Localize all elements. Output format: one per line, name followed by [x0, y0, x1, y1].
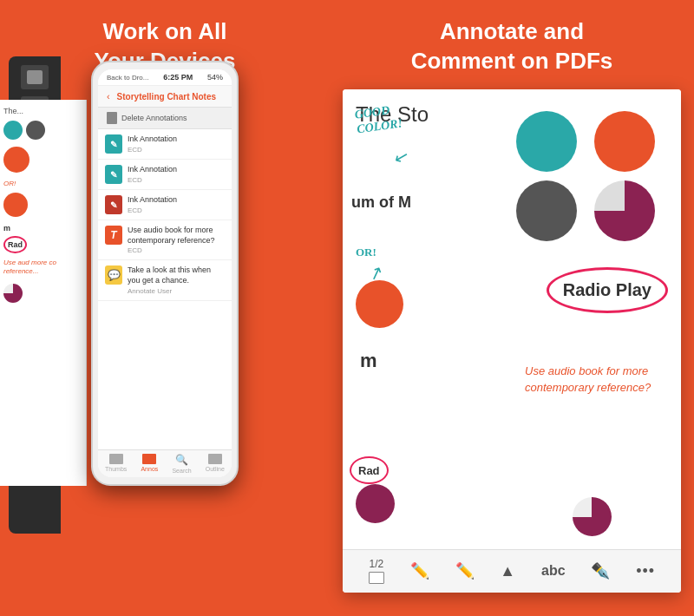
circles-grid	[516, 111, 664, 241]
annotation-icon-ink-1: ✎	[105, 134, 122, 154]
right-title-line1: Annotate and	[440, 18, 584, 44]
handwritten-annotation: GOODCOLOR!	[354, 102, 403, 137]
tablet-document-partial: The... OR! m Rad Use aud more co referen…	[0, 100, 87, 486]
circle-teal	[516, 111, 577, 172]
annotation-list: ✎ Ink Annotation ECD ✎ Ink Annotation EC…	[98, 129, 232, 449]
annotation-icon-text-1: T	[105, 226, 122, 245]
annotation-icon-ink-3: ✎	[105, 195, 122, 214]
left-panel: Work on All Your Devices The...	[0, 0, 330, 616]
annotation-item-1[interactable]: ✎ Ink Annotation ECD	[98, 129, 232, 160]
toolbar-more-button[interactable]: •••	[636, 562, 655, 580]
phone-tab-search[interactable]: 🔍 Search	[172, 454, 191, 474]
teal-arrow-icon: ↙	[392, 144, 412, 168]
annotation-sub-5: Annotate User	[128, 287, 225, 295]
phone-battery: 54%	[207, 73, 223, 82]
circle-gray	[516, 180, 577, 241]
annotation-item-3[interactable]: ✎ Ink Annotation ECD	[98, 190, 232, 220]
phone-delete-label[interactable]: Delete Annotations	[121, 114, 187, 122]
small-pie-chart	[573, 497, 612, 536]
annotation-icon-ink-2: ✎	[105, 165, 122, 184]
pdf-content-area: The Sto GOODCOLOR! ↙ um of M OR! ↗	[343, 89, 681, 549]
toolbar-text-tool[interactable]: abc	[541, 563, 566, 579]
pdf-m-label: m	[360, 350, 377, 372]
page-indicator-text: 1/2	[370, 558, 384, 570]
app-container: Work on All Your Devices The...	[0, 0, 694, 616]
circle-orange	[594, 111, 655, 172]
phone-nav-title: Storytelling Chart Notes	[110, 92, 223, 102]
left-bottom-circle	[356, 484, 395, 523]
annotation-sub-4: ECD	[128, 246, 225, 254]
toolbar-signature-tool[interactable]: ✒️	[591, 561, 610, 580]
phone-back-text: Back to Dro...	[107, 74, 148, 82]
phone-tab-bar: Thumbs Annos 🔍 Search Outline	[98, 449, 232, 477]
toolbar-highlight-tool[interactable]: ▲	[500, 562, 515, 580]
annotation-item-2[interactable]: ✎ Ink Annotation ECD	[98, 160, 232, 190]
right-panel: Annotate and Comment on PDFs The Sto GOO…	[330, 0, 694, 616]
title-line1: Work on All	[102, 18, 226, 44]
phone-delete-bar: Delete Annotations	[98, 108, 232, 129]
annotation-sub-2: ECD	[128, 176, 225, 184]
phone-nav-bar: ‹ Storytelling Chart Notes	[98, 86, 232, 108]
phone-tab-thumbs[interactable]: Thumbs	[105, 454, 127, 474]
tablet-sidebar-icon-1	[21, 65, 49, 89]
radio-play-label: Radio Play	[563, 280, 651, 299]
pdf-document: The Sto GOODCOLOR! ↙ um of M OR! ↗	[343, 89, 681, 593]
phone-tab-annos[interactable]: Annos	[141, 454, 158, 474]
pdf-m-char: um of M	[351, 193, 411, 212]
toolbar-page-indicator: 1/2	[369, 558, 384, 584]
phone-mockup: Back to Dro... 6:25 PM 54% ‹ Storytellin…	[91, 61, 239, 486]
left-orange-circle	[356, 280, 403, 328]
circle-pie	[594, 180, 655, 241]
phone-tab-outline[interactable]: Outline	[206, 454, 225, 474]
annotation-sub-1: ECD	[128, 146, 225, 154]
phone-time: 6:25 PM	[163, 73, 193, 82]
right-title-line2: Comment on PDFs	[411, 48, 613, 74]
pdf-toolbar: 1/2 ✏️ ✏️ ▲ abc ✒️ ••	[343, 549, 681, 593]
teal-bottom-annotation: OR!	[356, 246, 376, 259]
annotation-icon-comment-1: 💬	[105, 265, 122, 285]
pdf-comment-text: Use audio book for more contemporary ref…	[525, 363, 668, 396]
right-title: Annotate and Comment on PDFs	[385, 0, 639, 89]
phone-screen: Back to Dro... 6:25 PM 54% ‹ Storytellin…	[98, 69, 232, 477]
annotation-item-5[interactable]: 💬 Take a look at this when you get a cha…	[98, 260, 232, 300]
annotation-title-3: Ink Annotation	[128, 195, 225, 206]
annotation-item-4[interactable]: T Use audio book for more contemporary r…	[98, 220, 232, 260]
toolbar-pen-tool-1[interactable]: ✏️	[410, 561, 429, 580]
annotation-title-1: Ink Annotation	[128, 134, 225, 145]
radio-play-partial-box: Rad	[350, 456, 389, 484]
annotation-title-4: Use audio book for more contemporary ref…	[128, 226, 225, 246]
toolbar-pen-tool-2[interactable]: ✏️	[455, 561, 475, 580]
phone-status-bar: Back to Dro... 6:25 PM 54%	[98, 69, 232, 86]
annotation-title-5: Take a look at this when you get a chanc…	[128, 265, 225, 285]
radio-play-box: Radio Play	[547, 267, 668, 313]
annotation-sub-3: ECD	[128, 206, 225, 214]
annotation-title-2: Ink Annotation	[128, 165, 225, 175]
